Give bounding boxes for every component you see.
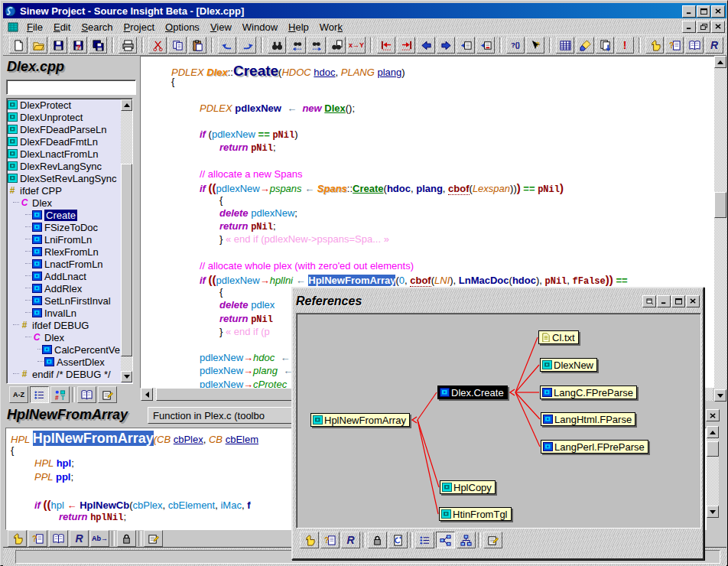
- references-window[interactable]: References HplNewFromArrayDlex.CreateCl.…: [291, 287, 704, 560]
- graph-node[interactable]: DlexNew: [540, 358, 597, 372]
- link-previous-button[interactable]: [457, 37, 475, 54]
- save-file-query-button[interactable]: ?: [69, 37, 87, 54]
- contents-book-button[interactable]: [685, 37, 704, 54]
- context-vthumb[interactable]: [707, 441, 719, 457]
- editor-scroll-down[interactable]: [714, 389, 726, 402]
- references-minimize-button[interactable]: [657, 295, 671, 307]
- graph-node[interactable]: LangC.FPreParse: [540, 385, 637, 399]
- symbol-list-item[interactable]: SetLnFirstInval: [7, 294, 120, 307]
- symbol-list[interactable]: DlexProtectDlexUnprotectDlexFDeadParseLn…: [6, 98, 133, 384]
- minimize-button[interactable]: [682, 5, 696, 18]
- menu-search[interactable]: Search: [76, 21, 118, 34]
- lock-button[interactable]: [368, 532, 387, 548]
- shift-left-button[interactable]: [377, 37, 395, 54]
- editor-vscrollbar[interactable]: [714, 56, 726, 402]
- replace-button[interactable]: x→Y: [347, 37, 366, 54]
- contents-book-button[interactable]: [77, 386, 96, 403]
- symbol-list-item[interactable]: AssertDlex: [7, 356, 120, 368]
- link-next-button[interactable]: [476, 37, 495, 54]
- symbol-list-item[interactable]: DlexRevLangSync: [7, 160, 120, 172]
- references-close-button[interactable]: [686, 295, 700, 307]
- mdi-minimize-button[interactable]: [682, 21, 696, 33]
- save-file-button[interactable]: [49, 37, 67, 54]
- function-tip-button[interactable]: ?(): [506, 37, 525, 54]
- shift-right-button[interactable]: [397, 37, 415, 54]
- references-pin-window-button[interactable]: [642, 295, 656, 307]
- macro-script-button[interactable]: R: [705, 37, 723, 54]
- context-help-button[interactable]: ?: [526, 37, 544, 54]
- view-list-button[interactable]: [415, 532, 434, 548]
- symbol-list-item[interactable]: CDlex: [7, 197, 120, 209]
- menu-window[interactable]: Window: [237, 21, 283, 34]
- scroll-thumb[interactable]: [121, 164, 132, 356]
- menu-edit[interactable]: Edit: [48, 21, 76, 34]
- cut-button[interactable]: [148, 37, 167, 54]
- graph-node[interactable]: LangHtml.FParse: [541, 412, 635, 426]
- find-next-button[interactable]: [307, 37, 326, 54]
- context-close-button[interactable]: [706, 409, 720, 421]
- open-file-button[interactable]: [29, 37, 47, 54]
- symbol-list-item[interactable]: DlexUnprotect: [7, 111, 120, 123]
- scroll-up-button[interactable]: [121, 99, 132, 111]
- symbol-list-item[interactable]: DlexFDeadFmtLn: [7, 135, 120, 148]
- properties-button[interactable]: [144, 530, 163, 547]
- title-bar[interactable]: Sinew Project - Source Insight Beta - [D…: [3, 3, 726, 18]
- editor-scroll-left[interactable]: [141, 388, 153, 401]
- sync-files-button[interactable]: [596, 37, 614, 54]
- symbol-help-button[interactable]: ?: [28, 530, 47, 547]
- symbol-help-button[interactable]: ?: [320, 532, 340, 548]
- symbol-list-item[interactable]: LniFromLn: [7, 233, 120, 246]
- symbol-list-item[interactable]: #ifdef DEBUG: [7, 319, 120, 331]
- find-previous-button[interactable]: [288, 37, 306, 54]
- graph-node[interactable]: HplCopy: [440, 480, 496, 494]
- document-icon[interactable]: [8, 22, 18, 32]
- graph-node[interactable]: Cl.txt: [538, 330, 579, 344]
- symbol-list-item[interactable]: DlexFDeadParseLn: [7, 123, 120, 135]
- close-button[interactable]: [711, 5, 725, 18]
- important-button[interactable]: !: [616, 37, 634, 54]
- menu-view[interactable]: View: [205, 21, 237, 34]
- redo-button[interactable]: [238, 37, 256, 54]
- mdi-close-button[interactable]: [711, 21, 725, 33]
- references-title-bar[interactable]: References: [296, 291, 700, 311]
- menu-work[interactable]: Work: [314, 21, 348, 34]
- view-symbols-button[interactable]: #T: [50, 386, 70, 403]
- view-list-button[interactable]: [30, 386, 49, 403]
- symbol-list-item[interactable]: InvalLn: [7, 307, 120, 319]
- menu-file[interactable]: File: [21, 21, 48, 34]
- contents-book-button[interactable]: [49, 530, 68, 547]
- symbol-help-button[interactable]: ?: [665, 37, 684, 54]
- graph-node[interactable]: HplNewFromArray: [310, 413, 410, 427]
- symbol-list-item[interactable]: Create: [7, 209, 120, 221]
- editor-scroll-up[interactable]: [714, 56, 726, 68]
- graph-node[interactable]: LangPerl.FPreParse: [541, 440, 648, 454]
- graph-node[interactable]: Dlex.Create: [437, 385, 508, 399]
- symbol-list-item[interactable]: DlexSetRevLangSync: [7, 172, 120, 184]
- undo-button[interactable]: [218, 37, 236, 54]
- save-all-button[interactable]: [89, 37, 107, 54]
- scroll-down-button[interactable]: [121, 371, 132, 382]
- graph-horizontal-button[interactable]: [436, 532, 455, 548]
- format-paint-button[interactable]: [576, 37, 594, 54]
- symbol-list-item[interactable]: #endif /* DEBUG */: [7, 368, 120, 380]
- symbol-list-item[interactable]: AddLnact: [7, 270, 120, 282]
- properties-button[interactable]: [483, 532, 502, 548]
- macro-script-button[interactable]: R: [70, 530, 89, 547]
- symbol-list-item[interactable]: AddRlex: [7, 282, 120, 294]
- context-vscrollbar[interactable]: [707, 426, 719, 518]
- copy-button[interactable]: [168, 37, 187, 54]
- print-button[interactable]: [119, 37, 137, 54]
- symbol-list-item[interactable]: FSizeToDoc: [7, 221, 120, 233]
- lock-button[interactable]: [117, 530, 136, 547]
- sort-alpha-button[interactable]: A-Z: [9, 386, 28, 403]
- graph-node[interactable]: HtinFromTgl: [439, 507, 512, 521]
- symbol-list-item[interactable]: LnactFromLn: [7, 258, 120, 270]
- properties-button[interactable]: [98, 386, 117, 403]
- navigate-forward-button[interactable]: [437, 37, 455, 54]
- symbol-list-item[interactable]: CalcPercentVe: [7, 343, 120, 356]
- new-file-button[interactable]: [9, 37, 28, 54]
- symbol-list-item[interactable]: #ifdef CPP: [7, 184, 120, 197]
- macro-script-button[interactable]: R: [341, 532, 360, 548]
- symbol-list-item[interactable]: DlexLnactFromLn: [7, 148, 120, 160]
- browse-hand-button[interactable]: [8, 530, 27, 547]
